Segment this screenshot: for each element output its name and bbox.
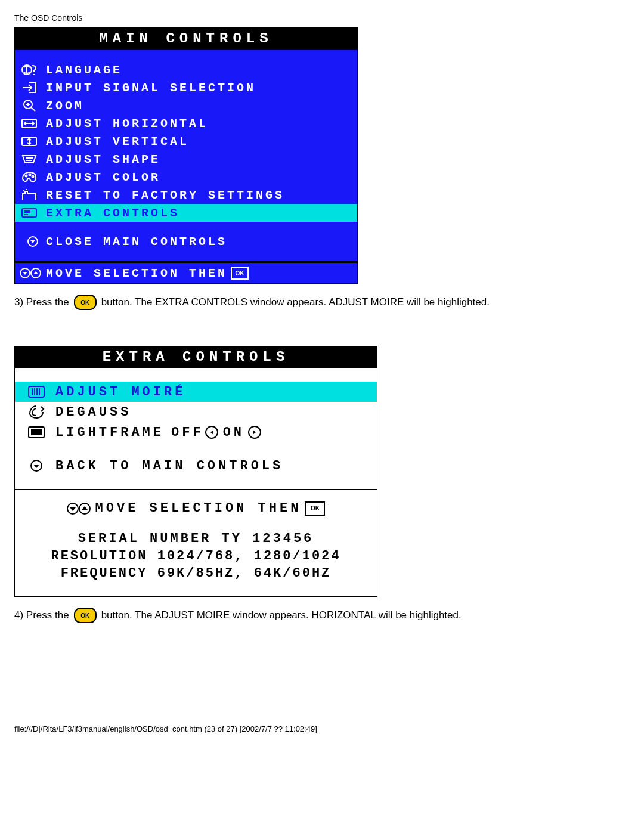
ok-button-icon: OK bbox=[74, 608, 97, 623]
globe-question-icon bbox=[20, 63, 39, 77]
menu-item-input-signal[interactable]: INPUT SIGNAL SELECTION bbox=[15, 79, 357, 97]
menu-item-label: RESET TO FACTORY SETTINGS bbox=[46, 188, 284, 202]
up-down-arrows-icon bbox=[67, 502, 91, 515]
menu-item-adjust-shape[interactable]: ADJUST SHAPE bbox=[15, 150, 357, 168]
palette-icon bbox=[20, 170, 39, 184]
menu-item-back[interactable]: BACK TO MAIN CONTROLS bbox=[15, 456, 377, 476]
menu-item-label: ZOOM bbox=[46, 99, 84, 113]
menu-item-label: ADJUST MOIRÉ bbox=[55, 385, 185, 400]
close-down-icon bbox=[20, 234, 39, 249]
lightframe-icon bbox=[24, 425, 48, 439]
menu-item-label: EXTRA CONTROLS bbox=[46, 206, 179, 220]
menu-item-extra-controls[interactable]: EXTRA CONTROLS bbox=[15, 204, 357, 222]
menu-item-label: ADJUST SHAPE bbox=[46, 153, 160, 166]
up-down-arrows-icon bbox=[20, 267, 41, 279]
menu-item-label: BACK TO MAIN CONTROLS bbox=[55, 459, 283, 473]
extra-controls-title: EXTRA CONTROLS bbox=[15, 346, 377, 368]
menu-item-label: INPUT SIGNAL SELECTION bbox=[46, 81, 256, 95]
footer-move-label: MOVE SELECTION THEN bbox=[46, 267, 227, 280]
menu-item-label: LANGUAGE bbox=[46, 63, 122, 77]
menu-item-lightframe[interactable]: LIGHTFRAME OFF ON bbox=[15, 422, 377, 442]
menu-item-adjust-moire[interactable]: ADJUST MOIRÉ bbox=[15, 382, 377, 402]
extra-controls-icon bbox=[20, 206, 39, 220]
factory-reset-icon bbox=[20, 188, 39, 202]
horiz-adjust-icon bbox=[20, 116, 39, 131]
main-controls-title: MAIN CONTROLS bbox=[15, 28, 357, 50]
vert-adjust-icon bbox=[20, 134, 39, 148]
page-footer: file:///D|/Rita/LF3/lf3manual/english/OS… bbox=[14, 724, 630, 733]
menu-item-language[interactable]: LANGUAGE bbox=[15, 61, 357, 79]
step-3-text: 3) Press the OK button. The EXTRA CONTRO… bbox=[14, 295, 630, 310]
ok-button-icon: OK bbox=[74, 295, 97, 310]
moire-icon bbox=[24, 385, 48, 399]
menu-item-label: ADJUST COLOR bbox=[46, 171, 160, 184]
menu-item-adjust-horizontal[interactable]: ADJUST HORIZONTAL bbox=[15, 114, 357, 132]
menu-item-label: DEGAUSS bbox=[55, 405, 131, 420]
input-arrow-icon bbox=[20, 80, 39, 95]
menu-item-close[interactable]: CLOSE MAIN CONTROLS bbox=[15, 233, 357, 250]
frequency-info: FREQUENCY 69K/85HZ, 64K/60HZ bbox=[24, 566, 367, 581]
degauss-icon bbox=[24, 405, 48, 419]
back-down-icon bbox=[24, 459, 48, 473]
lightframe-off: OFF bbox=[171, 425, 204, 440]
main-controls-osd: MAIN CONTROLS LANGUAGE INPUT SIGNAL SELE… bbox=[14, 27, 358, 284]
lightframe-on: ON bbox=[223, 425, 244, 440]
menu-item-adjust-color[interactable]: ADJUST COLOR bbox=[15, 168, 357, 186]
svg-point-5 bbox=[29, 174, 31, 176]
svg-rect-13 bbox=[31, 429, 42, 435]
footer-move-label: MOVE SELECTION THEN bbox=[95, 501, 302, 516]
ok-box-icon: OK bbox=[305, 501, 325, 516]
menu-item-label: CLOSE MAIN CONTROLS bbox=[46, 235, 227, 249]
svg-point-6 bbox=[32, 176, 34, 178]
page-header: The OSD Controls bbox=[14, 13, 630, 23]
lightframe-label: LIGHTFRAME bbox=[55, 425, 164, 440]
menu-item-reset-factory[interactable]: RESET TO FACTORY SETTINGS bbox=[15, 186, 357, 204]
ok-box-icon: OK bbox=[231, 267, 249, 280]
left-arrow-icon bbox=[205, 426, 218, 439]
resolution-info: RESOLUTION 1024/768, 1280/1024 bbox=[24, 549, 367, 563]
menu-item-adjust-vertical[interactable]: ADJUST VERTICAL bbox=[15, 132, 357, 150]
menu-item-label: ADJUST HORIZONTAL bbox=[46, 117, 208, 131]
extra-controls-footer-move: MOVE SELECTION THEN OK bbox=[24, 501, 367, 516]
main-controls-footer: MOVE SELECTION THEN OK bbox=[15, 263, 357, 283]
right-arrow-icon bbox=[248, 426, 261, 439]
shape-adjust-icon bbox=[20, 152, 39, 166]
svg-point-4 bbox=[26, 175, 27, 177]
step-4-text: 4) Press the OK button. The ADJUST MOIRE… bbox=[14, 608, 630, 623]
extra-controls-osd: EXTRA CONTROLS ADJUST MOIRÉ DEGAUSS LIG bbox=[14, 346, 377, 597]
serial-number: SERIAL NUMBER TY 123456 bbox=[24, 531, 367, 546]
menu-item-zoom[interactable]: ZOOM bbox=[15, 97, 357, 114]
magnifier-icon bbox=[20, 98, 39, 113]
menu-item-label: ADJUST VERTICAL bbox=[46, 135, 189, 148]
menu-item-degauss[interactable]: DEGAUSS bbox=[15, 402, 377, 422]
